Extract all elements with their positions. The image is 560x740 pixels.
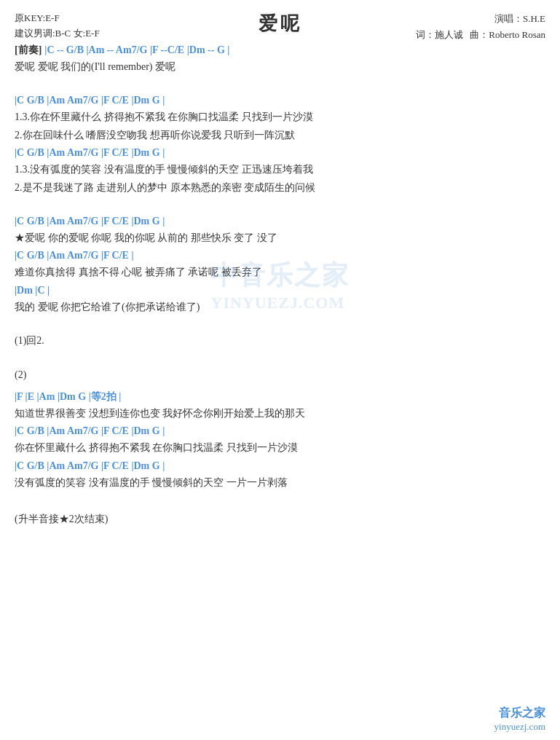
- artist-label: 演唱：S.H.E: [416, 11, 545, 27]
- footer-logo-cn: 音乐之家: [494, 706, 545, 721]
- verse1-chord2: |C G/B |Am Am7/G |F C/E |Dm G |: [15, 145, 545, 160]
- bridge-chord2: |C G/B |Am Am7/G |F C/E |Dm G |: [15, 423, 545, 438]
- bridge-lyric1: 知道世界很善变 没想到连你也变 我好怀念你刚开始爱上我的那天: [15, 406, 545, 422]
- ending-label: (升半音接★2次结束): [15, 511, 545, 527]
- key-info: 原KEY:E-F 建议男调:B-C 女:E-F: [15, 11, 100, 42]
- prelude-label: [前奏]: [15, 44, 42, 55]
- chorus-chord2: |C G/B |Am Am7/G |F C/E |: [15, 248, 545, 263]
- key-suggestion: 建议男调:B-C 女:E-F: [15, 26, 100, 42]
- bridge-chord1: |F |E |Am |Dm G |等2拍 |: [15, 389, 545, 404]
- verse1-lyric1b: 2.你在回味什么 嗜唇没空吻我 想再听你说爱我 只听到一阵沉默: [15, 127, 545, 143]
- chorus-chord1: |C G/B |Am Am7/G |F C/E |Dm G |: [15, 213, 545, 229]
- bridge-lyric3: 没有弧度的笑容 没有温度的手 慢慢倾斜的天空 一片一片剥落: [15, 475, 545, 491]
- prelude-section: [前奏] |C -- G/B |Am -- Am7/G |F --C/E |Dm…: [15, 42, 545, 75]
- footer-logo-en: yinyuezj.com: [494, 721, 545, 733]
- chorus-chord3: |Dm |C |: [15, 283, 545, 298]
- ending-section: (升半音接★2次结束): [15, 511, 545, 527]
- composer: 曲：Roberto Rosan: [470, 29, 545, 40]
- bridge-lyric2: 你在怀里藏什么 挤得抱不紧我 在你胸口找温柔 只找到一片沙漠: [15, 440, 545, 456]
- artist-info: 演唱：S.H.E 词：施人诚 曲：Roberto Rosan: [416, 11, 545, 43]
- lyricist: 词：施人诚: [416, 29, 463, 40]
- prelude-chord: |C -- G/B |Am -- Am7/G |F --C/E |Dm -- G…: [44, 44, 229, 55]
- interlude2-section: (2): [15, 367, 545, 383]
- chorus-section: |C G/B |Am Am7/G |F C/E |Dm G | ★爱呢 你的爱呢…: [15, 213, 545, 315]
- bridge-chord3: |C G/B |Am Am7/G |F C/E |Dm G |: [15, 458, 545, 473]
- bridge-section: |F |E |Am |Dm G |等2拍 | 知道世界很善变 没想到连你也变 我…: [15, 389, 545, 491]
- verse1-chord1: |C G/B |Am Am7/G |F C/E |Dm G |: [15, 92, 545, 108]
- verse1-lyric1a: 1.3.你在怀里藏什么 挤得抱不紧我 在你胸口找温柔 只找到一片沙漠: [15, 109, 545, 125]
- key-original: 原KEY:E-F: [15, 11, 100, 26]
- interlude-label1: (1)回2.: [15, 333, 545, 349]
- verse1-lyric2b: 2.是不是我迷了路 走进别人的梦中 原本熟悉的亲密 变成陌生的问候: [15, 180, 545, 196]
- chorus-lyric3: 我的 爱呢 你把它给谁了(你把承诺给谁了): [15, 299, 545, 315]
- chorus-lyric1: ★爱呢 你的爱呢 你呢 我的你呢 从前的 那些快乐 变了 没了: [15, 230, 545, 246]
- verse1-lyric2a: 1.3.没有弧度的笑容 没有温度的手 慢慢倾斜的天空 正迅速压垮着我: [15, 162, 545, 178]
- credits: 词：施人诚 曲：Roberto Rosan: [416, 27, 545, 43]
- prelude-line: [前奏] |C -- G/B |Am -- Am7/G |F --C/E |Dm…: [15, 42, 545, 58]
- chorus-lyric2: 难道你真捨得 真捨不得 心呢 被弄痛了 承诺呢 被丢弃了: [15, 264, 545, 280]
- interlude-section: (1)回2.: [15, 333, 545, 349]
- interlude-label2: (2): [15, 367, 545, 383]
- prelude-lyric: 爱呢 爱呢 我们的(I'll remember) 爱呢: [15, 59, 545, 75]
- verse1-section: |C G/B |Am Am7/G |F C/E |Dm G | 1.3.你在怀里…: [15, 92, 545, 196]
- footer-logo: 音乐之家 yinyuezj.com: [494, 706, 545, 733]
- content-area: 中音乐之家 YINYUEZJ.COM [前奏] |C -- G/B |Am --…: [15, 42, 545, 527]
